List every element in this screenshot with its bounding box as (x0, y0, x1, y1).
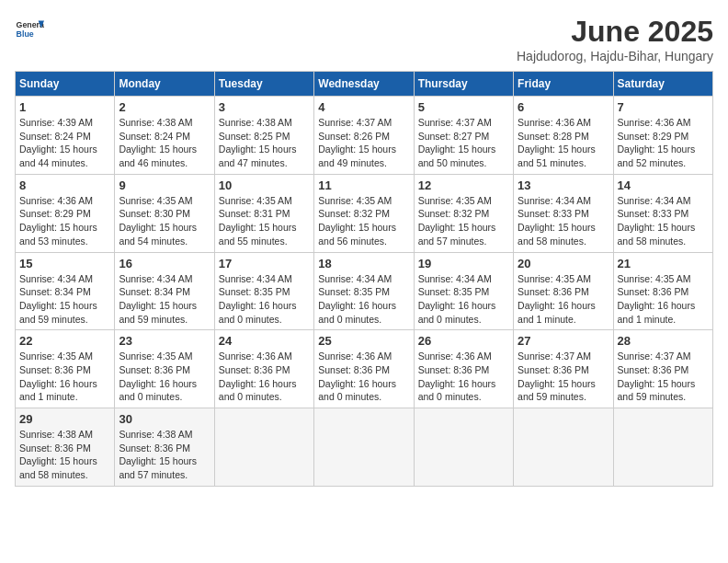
table-row: 3Sunrise: 4:38 AMSunset: 8:25 PMDaylight… (214, 97, 313, 175)
day-number: 15 (19, 257, 110, 270)
table-row: 28Sunrise: 4:37 AMSunset: 8:36 PMDayligh… (613, 330, 712, 408)
table-row: 4Sunrise: 4:37 AMSunset: 8:26 PMDaylight… (314, 97, 414, 175)
day-number: 12 (418, 178, 509, 192)
day-number: 11 (318, 178, 409, 192)
day-number: 14 (618, 178, 709, 192)
calendar-row: 1Sunrise: 4:39 AMSunset: 8:24 PMDaylight… (16, 97, 713, 175)
logo: General Blue (15, 15, 44, 44)
weekday-header: Monday (115, 72, 214, 97)
table-row (214, 408, 313, 487)
table-row: 5Sunrise: 4:37 AMSunset: 8:27 PMDaylight… (414, 97, 513, 175)
day-info: Sunrise: 4:35 AMSunset: 8:31 PMDaylight:… (219, 194, 310, 248)
day-number: 26 (418, 334, 509, 348)
day-info: Sunrise: 4:34 AMSunset: 8:35 PMDaylight:… (219, 272, 310, 327)
table-row (414, 408, 513, 487)
day-number: 28 (618, 334, 709, 348)
table-row: 30Sunrise: 4:38 AMSunset: 8:36 PMDayligh… (115, 408, 214, 487)
day-info: Sunrise: 4:37 AMSunset: 8:36 PMDaylight:… (518, 350, 609, 404)
weekday-header: Sunday (16, 72, 115, 97)
day-number: 7 (618, 100, 709, 114)
day-number: 23 (119, 334, 210, 348)
day-number: 27 (518, 334, 609, 348)
table-row: 21Sunrise: 4:35 AMSunset: 8:36 PMDayligh… (613, 252, 712, 330)
table-row: 24Sunrise: 4:36 AMSunset: 8:36 PMDayligh… (214, 330, 313, 408)
table-row: 29Sunrise: 4:38 AMSunset: 8:36 PMDayligh… (16, 408, 115, 487)
table-row: 18Sunrise: 4:34 AMSunset: 8:35 PMDayligh… (314, 252, 414, 330)
day-info: Sunrise: 4:39 AMSunset: 8:24 PMDaylight:… (19, 116, 110, 170)
table-row (613, 408, 712, 487)
table-row: 26Sunrise: 4:36 AMSunset: 8:36 PMDayligh… (414, 330, 513, 408)
table-row: 25Sunrise: 4:36 AMSunset: 8:36 PMDayligh… (314, 330, 414, 408)
day-number: 10 (219, 178, 310, 192)
day-number: 1 (19, 100, 110, 114)
calendar-row: 29Sunrise: 4:38 AMSunset: 8:36 PMDayligh… (16, 408, 713, 487)
calendar: SundayMondayTuesdayWednesdayThursdayFrid… (15, 71, 713, 487)
table-row (514, 408, 613, 487)
svg-text:Blue: Blue (17, 29, 34, 39)
day-info: Sunrise: 4:34 AMSunset: 8:33 PMDaylight:… (618, 194, 709, 248)
day-number: 20 (518, 257, 609, 270)
day-info: Sunrise: 4:35 AMSunset: 8:36 PMDaylight:… (518, 272, 609, 327)
day-info: Sunrise: 4:38 AMSunset: 8:36 PMDaylight:… (19, 428, 110, 482)
weekday-header-row: SundayMondayTuesdayWednesdayThursdayFrid… (16, 72, 713, 97)
weekday-header: Thursday (414, 72, 513, 97)
table-row: 14Sunrise: 4:34 AMSunset: 8:33 PMDayligh… (613, 174, 712, 252)
day-info: Sunrise: 4:38 AMSunset: 8:24 PMDaylight:… (119, 116, 210, 170)
day-info: Sunrise: 4:35 AMSunset: 8:32 PMDaylight:… (318, 194, 409, 248)
day-number: 4 (318, 100, 409, 114)
table-row: 13Sunrise: 4:34 AMSunset: 8:33 PMDayligh… (514, 174, 613, 252)
table-row: 7Sunrise: 4:36 AMSunset: 8:29 PMDaylight… (613, 97, 712, 175)
table-row: 8Sunrise: 4:36 AMSunset: 8:29 PMDaylight… (16, 174, 115, 252)
day-info: Sunrise: 4:34 AMSunset: 8:34 PMDaylight:… (119, 272, 210, 327)
day-info: Sunrise: 4:38 AMSunset: 8:25 PMDaylight:… (219, 116, 310, 170)
logo-icon: General Blue (15, 15, 44, 44)
table-row: 20Sunrise: 4:35 AMSunset: 8:36 PMDayligh… (514, 252, 613, 330)
calendar-row: 22Sunrise: 4:35 AMSunset: 8:36 PMDayligh… (16, 330, 713, 408)
table-row: 15Sunrise: 4:34 AMSunset: 8:34 PMDayligh… (16, 252, 115, 330)
day-info: Sunrise: 4:35 AMSunset: 8:32 PMDaylight:… (418, 194, 509, 248)
day-number: 9 (119, 178, 210, 192)
table-row: 1Sunrise: 4:39 AMSunset: 8:24 PMDaylight… (16, 97, 115, 175)
day-info: Sunrise: 4:37 AMSunset: 8:26 PMDaylight:… (318, 116, 409, 170)
weekday-header: Tuesday (214, 72, 313, 97)
table-row: 17Sunrise: 4:34 AMSunset: 8:35 PMDayligh… (214, 252, 313, 330)
day-number: 19 (418, 257, 509, 270)
day-info: Sunrise: 4:36 AMSunset: 8:36 PMDaylight:… (418, 350, 509, 404)
day-info: Sunrise: 4:34 AMSunset: 8:33 PMDaylight:… (518, 194, 609, 248)
weekday-header: Wednesday (314, 72, 414, 97)
day-info: Sunrise: 4:37 AMSunset: 8:36 PMDaylight:… (618, 350, 709, 404)
table-row (314, 408, 414, 487)
table-row: 22Sunrise: 4:35 AMSunset: 8:36 PMDayligh… (16, 330, 115, 408)
day-number: 3 (219, 100, 310, 114)
location: Hajdudorog, Hajdu-Bihar, Hungary (517, 49, 713, 63)
day-number: 13 (518, 178, 609, 192)
day-info: Sunrise: 4:35 AMSunset: 8:36 PMDaylight:… (19, 350, 110, 404)
day-info: Sunrise: 4:35 AMSunset: 8:30 PMDaylight:… (119, 194, 210, 248)
day-info: Sunrise: 4:36 AMSunset: 8:36 PMDaylight:… (219, 350, 310, 404)
day-info: Sunrise: 4:36 AMSunset: 8:36 PMDaylight:… (318, 350, 409, 404)
weekday-header: Friday (514, 72, 613, 97)
day-number: 17 (219, 257, 310, 270)
table-row: 19Sunrise: 4:34 AMSunset: 8:35 PMDayligh… (414, 252, 513, 330)
title-area: June 2025 Hajdudorog, Hajdu-Bihar, Hunga… (517, 15, 713, 63)
table-row: 12Sunrise: 4:35 AMSunset: 8:32 PMDayligh… (414, 174, 513, 252)
table-row: 11Sunrise: 4:35 AMSunset: 8:32 PMDayligh… (314, 174, 414, 252)
table-row: 16Sunrise: 4:34 AMSunset: 8:34 PMDayligh… (115, 252, 214, 330)
table-row: 10Sunrise: 4:35 AMSunset: 8:31 PMDayligh… (214, 174, 313, 252)
day-info: Sunrise: 4:36 AMSunset: 8:29 PMDaylight:… (618, 116, 709, 170)
header: General Blue June 2025 Hajdudorog, Hajdu… (15, 15, 713, 63)
calendar-row: 8Sunrise: 4:36 AMSunset: 8:29 PMDaylight… (16, 174, 713, 252)
table-row: 9Sunrise: 4:35 AMSunset: 8:30 PMDaylight… (115, 174, 214, 252)
table-row: 27Sunrise: 4:37 AMSunset: 8:36 PMDayligh… (514, 330, 613, 408)
table-row: 6Sunrise: 4:36 AMSunset: 8:28 PMDaylight… (514, 97, 613, 175)
day-info: Sunrise: 4:36 AMSunset: 8:29 PMDaylight:… (19, 194, 110, 248)
calendar-row: 15Sunrise: 4:34 AMSunset: 8:34 PMDayligh… (16, 252, 713, 330)
day-number: 16 (119, 257, 210, 270)
day-info: Sunrise: 4:38 AMSunset: 8:36 PMDaylight:… (119, 428, 210, 482)
day-number: 25 (318, 334, 409, 348)
day-info: Sunrise: 4:35 AMSunset: 8:36 PMDaylight:… (119, 350, 210, 404)
day-number: 2 (119, 100, 210, 114)
day-info: Sunrise: 4:34 AMSunset: 8:35 PMDaylight:… (318, 272, 409, 327)
day-number: 18 (318, 257, 409, 270)
day-number: 24 (219, 334, 310, 348)
